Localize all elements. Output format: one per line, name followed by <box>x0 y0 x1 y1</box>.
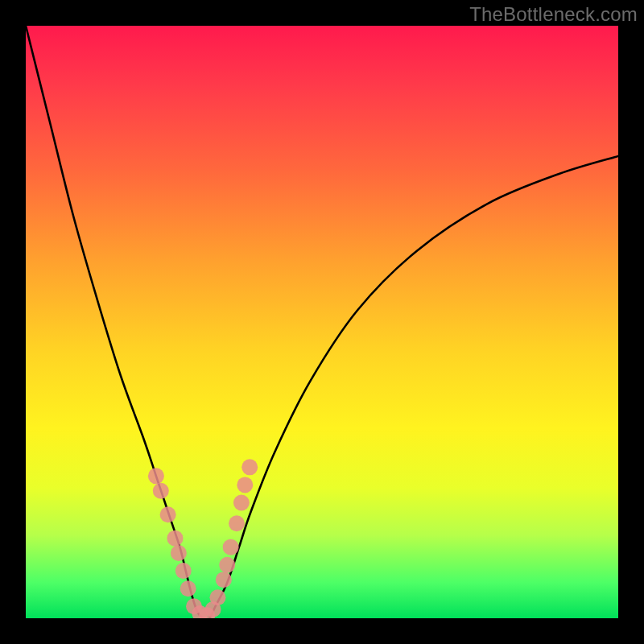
gpu-marker <box>216 572 232 588</box>
gpu-marker <box>167 530 183 547</box>
gpu-marker <box>153 483 169 499</box>
gpu-marker <box>242 459 258 475</box>
gpu-marker <box>171 545 187 561</box>
gpu-marker <box>229 515 245 531</box>
chart-frame: TheBottleneck.com <box>0 0 644 644</box>
gpu-marker <box>209 589 225 605</box>
chart-svg <box>26 26 618 618</box>
gpu-marker <box>148 468 164 484</box>
gpu-marker <box>160 506 176 522</box>
gpu-marker <box>219 557 235 573</box>
gpu-marker <box>175 563 192 579</box>
gpu-marker <box>223 539 239 555</box>
gpu-marker <box>237 477 253 493</box>
gpu-marker <box>233 494 250 510</box>
gpu-marker <box>180 580 196 597</box>
bottleneck-curve-line <box>26 26 618 618</box>
watermark-text: TheBottleneck.com <box>469 3 638 26</box>
plot-area <box>26 26 618 618</box>
